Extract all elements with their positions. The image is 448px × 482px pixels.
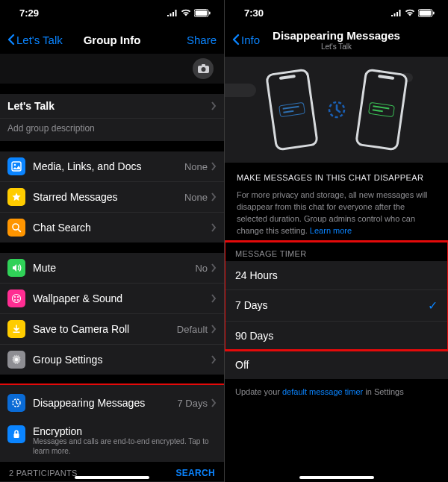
status-time: 7:30	[244, 7, 264, 19]
row-enc-label: Encryption	[33, 425, 217, 437]
row-search[interactable]: Chat Search	[0, 212, 224, 242]
search-icon	[7, 219, 25, 237]
speaker-icon	[7, 259, 25, 277]
disappearing-highlight: Disappearing Messages 7 Days	[0, 385, 224, 421]
row-media-meta: None	[184, 161, 208, 172]
status-bar: 7:29	[0, 0, 224, 25]
option-label: 7 Days	[235, 299, 268, 311]
phone-disappearing: 7:30 Info Disappearing Messages Let's Ta…	[224, 0, 448, 482]
option-off[interactable]: Off	[225, 350, 448, 379]
add-description-label: Add group description	[7, 123, 95, 134]
chevron-right-icon	[211, 223, 217, 232]
svg-rect-1	[196, 10, 208, 16]
svg-point-11	[17, 296, 19, 298]
svg-point-9	[13, 295, 21, 303]
phone-group-info: 7:29 Let's Talk Group Info Share Let's T…	[0, 0, 224, 482]
group-name-row[interactable]: Let's Talk	[0, 94, 224, 118]
svg-rect-19	[420, 10, 432, 16]
svg-rect-20	[433, 11, 435, 14]
svg-point-5	[201, 67, 205, 72]
nav-share[interactable]: Share	[187, 34, 217, 46]
download-icon	[7, 320, 25, 338]
nav-back-label: Let's Talk	[16, 34, 63, 46]
learn-more-link[interactable]: Learn more	[310, 226, 352, 235]
camera-icon	[198, 64, 209, 73]
cell-signal-icon	[167, 9, 178, 16]
hero-phone-left	[265, 68, 319, 151]
description-block: MAKE MESSAGES IN THIS CHAT DISAPPEAR For…	[225, 163, 448, 242]
hero-illustration	[225, 57, 448, 163]
row-starred[interactable]: Starred Messages None	[0, 181, 224, 212]
footer-pre: Update your	[235, 387, 280, 396]
chevron-left-icon	[7, 34, 15, 46]
svg-rect-14	[13, 332, 20, 334]
nav-bar: Let's Talk Group Info Share	[0, 25, 224, 54]
svg-rect-2	[209, 11, 211, 14]
svg-point-13	[17, 299, 19, 301]
section-title: MAKE MESSAGES IN THIS CHAT DISAPPEAR	[237, 173, 436, 182]
timer-options-highlight: MESSAGE TIMER 24 Hours 7 Days ✓ 90 Days	[225, 242, 448, 350]
row-wallpaper[interactable]: Wallpaper & Sound	[0, 283, 224, 313]
chevron-right-icon	[211, 101, 217, 110]
nav-back[interactable]: Info	[232, 34, 260, 46]
row-media[interactable]: Media, Links, and Docs None	[0, 151, 224, 181]
svg-rect-17	[14, 434, 19, 438]
status-time: 7:29	[19, 7, 39, 19]
svg-point-7	[14, 164, 16, 166]
row-save-camera[interactable]: Save to Camera Roll Default	[0, 313, 224, 344]
row-enc-sub: Messages and calls are end-to-end encryp…	[33, 437, 217, 456]
participants-search[interactable]: SEARCH	[176, 468, 215, 478]
photos-icon	[7, 157, 25, 175]
status-bar: 7:30	[225, 0, 448, 25]
gear-icon	[7, 351, 25, 369]
row-starred-meta: None	[184, 192, 208, 203]
row-disap-meta: 7 Days	[178, 398, 208, 409]
row-gset-label: Group Settings	[33, 354, 211, 366]
home-indicator[interactable]	[75, 476, 149, 479]
row-media-label: Media, Links, and Docs	[33, 160, 184, 172]
status-icons	[167, 9, 211, 17]
chevron-right-icon	[211, 263, 217, 272]
row-wallpaper-label: Wallpaper & Sound	[33, 292, 211, 304]
group-name: Let's Talk	[7, 100, 211, 112]
footer-post: in Settings	[365, 387, 403, 396]
row-save-meta: Default	[177, 324, 208, 335]
option-7d[interactable]: 7 Days ✓	[225, 289, 448, 321]
add-description-row[interactable]: Add group description	[0, 118, 224, 141]
lock-icon	[7, 425, 25, 443]
nav-back-label: Info	[241, 34, 260, 46]
row-disap-label: Disappearing Messages	[33, 397, 178, 409]
battery-icon	[418, 9, 435, 17]
cell-signal-icon	[391, 9, 402, 16]
header-dim-area	[0, 54, 224, 84]
svg-point-10	[14, 296, 16, 298]
hero-phone-right	[355, 68, 408, 151]
camera-button[interactable]	[193, 58, 214, 79]
chevron-right-icon	[211, 325, 217, 334]
battery-icon	[194, 9, 211, 17]
wifi-icon	[405, 9, 415, 16]
row-starred-label: Starred Messages	[33, 191, 184, 203]
option-label: 24 Hours	[235, 269, 278, 281]
star-icon	[7, 188, 25, 206]
chevron-left-icon	[232, 34, 240, 46]
chevron-right-icon	[211, 162, 217, 171]
timer-icon	[7, 394, 25, 412]
wifi-icon	[181, 9, 191, 16]
home-indicator[interactable]	[299, 476, 374, 479]
option-90d[interactable]: 90 Days	[225, 321, 448, 350]
row-disappearing[interactable]: Disappearing Messages 7 Days	[0, 385, 224, 421]
option-24h[interactable]: 24 Hours	[225, 261, 448, 289]
footer-note: Update your default message timer in Set…	[225, 379, 448, 405]
svg-rect-4	[202, 64, 205, 66]
wallpaper-icon	[7, 289, 25, 307]
default-timer-link[interactable]: default message timer	[282, 387, 363, 396]
nav-bar: Info Disappearing Messages Let's Talk	[225, 25, 448, 54]
chevron-right-icon	[211, 355, 217, 364]
row-mute[interactable]: Mute No	[0, 253, 224, 283]
option-label: Off	[235, 359, 249, 371]
row-group-settings[interactable]: Group Settings	[0, 344, 224, 375]
row-encryption[interactable]: Encryption Messages and calls are end-to…	[0, 421, 224, 462]
chevron-right-icon	[211, 294, 217, 303]
nav-back[interactable]: Let's Talk	[7, 34, 63, 46]
